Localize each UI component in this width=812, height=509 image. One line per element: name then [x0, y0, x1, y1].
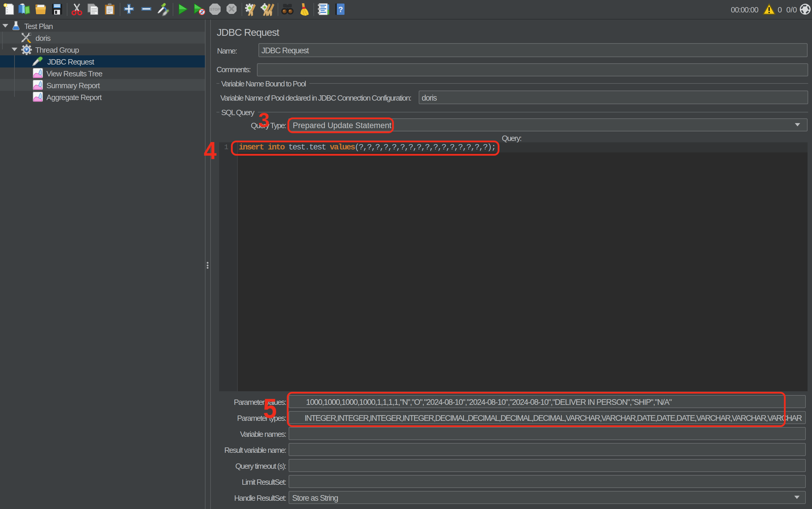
- svg-text:?: ?: [338, 5, 343, 14]
- svg-text:STOP: STOP: [210, 7, 220, 11]
